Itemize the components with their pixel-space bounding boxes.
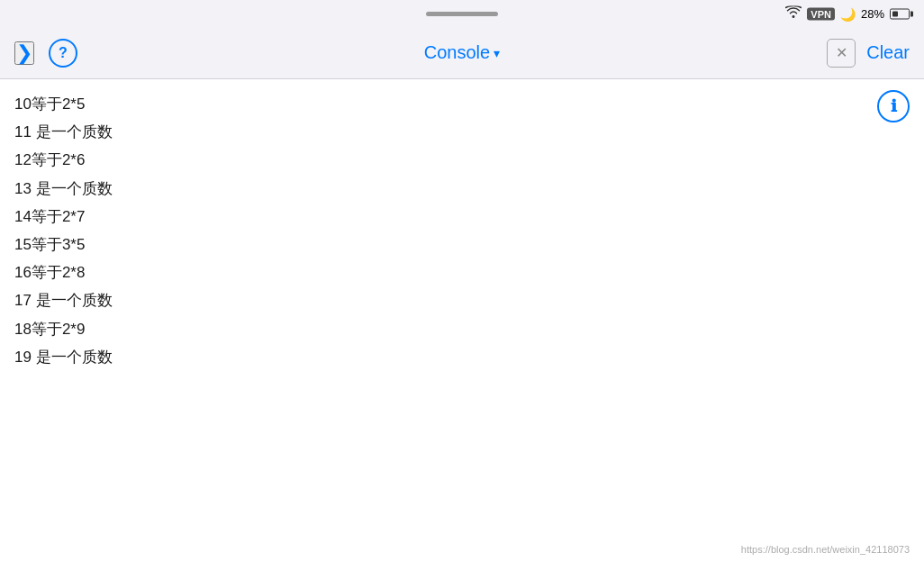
help-button[interactable]: ?: [49, 39, 77, 68]
info-button[interactable]: ℹ: [877, 90, 910, 122]
toolbar-right: ✕ Clear: [827, 39, 910, 68]
toolbar-left: ❯ ?: [14, 39, 77, 68]
status-bar-right: VPN 🌙 28%: [785, 6, 910, 22]
status-bar: VPN 🌙 28%: [0, 0, 924, 27]
clear-button[interactable]: Clear: [866, 42, 910, 63]
close-button[interactable]: ✕: [827, 39, 856, 68]
console-line: 16等于2*8: [14, 258, 910, 286]
wifi-icon: [785, 6, 802, 22]
watermark: https://blog.csdn.net/weixin_42118073: [741, 544, 910, 555]
console-line: 18等于2*9: [14, 315, 910, 343]
console-line: 10等于2*5: [14, 90, 910, 118]
toolbar: ❯ ? Console ▾ ✕ Clear: [0, 27, 924, 79]
console-title: Console: [424, 42, 490, 63]
status-pill: [426, 12, 498, 16]
console-line: 11 是一个质数: [14, 118, 910, 146]
battery-percent: 28%: [861, 7, 884, 21]
console-content: 10等于2*511 是一个质数12等于2*613 是一个质数14等于2*715等…: [0, 79, 924, 562]
console-line: 13 是一个质数: [14, 175, 910, 203]
console-lines: 10等于2*511 是一个质数12等于2*613 是一个质数14等于2*715等…: [14, 90, 910, 371]
vpn-badge: VPN: [807, 7, 835, 20]
toolbar-center: Console ▾: [424, 42, 500, 63]
battery-icon: [890, 8, 910, 19]
chevron-button[interactable]: ❯: [14, 41, 34, 65]
console-line: 14等于2*7: [14, 203, 910, 231]
console-line: 19 是一个质数: [14, 343, 910, 371]
console-line: 17 是一个质数: [14, 286, 910, 314]
console-line: 12等于2*6: [14, 146, 910, 174]
console-dropdown-arrow[interactable]: ▾: [494, 46, 500, 60]
moon-icon: 🌙: [840, 6, 856, 21]
console-line: 15等于3*5: [14, 231, 910, 258]
